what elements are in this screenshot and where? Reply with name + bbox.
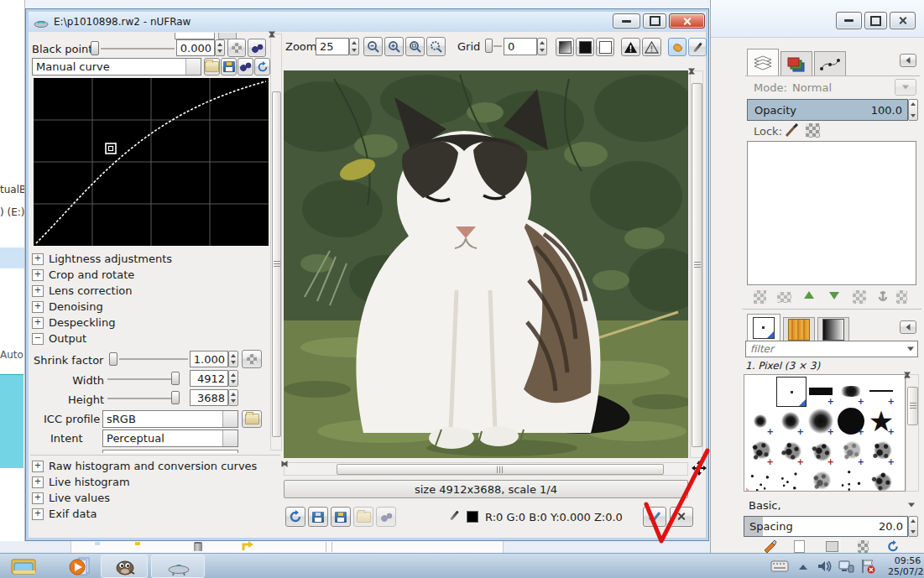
refresh-brushes-button[interactable]: [886, 540, 900, 553]
brush-item[interactable]: [867, 467, 895, 492]
background-light-button[interactable]: [596, 38, 614, 56]
icc-profile-dropdown[interactable]: sRGB: [102, 410, 238, 428]
cancel-button[interactable]: [670, 507, 693, 527]
brush-item[interactable]: +: [776, 437, 805, 466]
ufraw-titlebar[interactable]: E:\p1010898.rw2 - nUFRaw: [29, 12, 706, 32]
height-slider-track[interactable]: [107, 398, 171, 399]
brush-item[interactable]: +: [807, 407, 835, 435]
zoom-input[interactable]: 25: [316, 38, 349, 55]
grid-input[interactable]: 0: [504, 38, 537, 55]
zoom-100-button[interactable]: [426, 37, 446, 56]
tone-curve-editor[interactable]: [34, 78, 269, 246]
tab-channels[interactable]: [780, 51, 812, 76]
load-icc-button[interactable]: [242, 410, 262, 428]
shrink-reset-button[interactable]: [242, 350, 262, 368]
brush-item[interactable]: +: [746, 407, 775, 435]
delete-brush-button[interactable]: [858, 540, 869, 553]
ufraw-minimize-button[interactable]: [613, 13, 640, 29]
shrink-factor-input[interactable]: 1.000: [190, 351, 228, 367]
curve-point-handle[interactable]: [106, 143, 116, 154]
ufraw-restore-button[interactable]: [643, 13, 666, 29]
grid-spinner[interactable]: [537, 38, 547, 55]
zoom-fit-button[interactable]: [405, 37, 425, 56]
lock-alpha-icon[interactable]: [806, 123, 820, 138]
brush-grid-scrollbar[interactable]: [906, 374, 919, 492]
brush-filter-box[interactable]: [745, 341, 918, 357]
height-spinner[interactable]: [228, 389, 238, 406]
save-as-button[interactable]: [331, 507, 351, 527]
brushes-menu-button[interactable]: [900, 320, 916, 334]
edit-brush-button[interactable]: [762, 539, 777, 553]
scrollbar-thumb[interactable]: [692, 83, 702, 447]
ok-button[interactable]: [643, 507, 666, 527]
photo-preview-cat[interactable]: [284, 70, 688, 458]
taskbar-gimp-button[interactable]: [101, 555, 148, 578]
brush-item[interactable]: ★+: [867, 407, 895, 435]
taskbar-explorer-icon[interactable]: [10, 557, 39, 575]
zoom-spinner[interactable]: [349, 38, 359, 55]
grid-slider-handle[interactable]: [485, 39, 493, 53]
taskbar-wmp-icon[interactable]: [67, 556, 92, 576]
dock-minimize-button[interactable]: [836, 12, 862, 29]
height-input[interactable]: 3688: [190, 389, 228, 406]
grid-slider-track[interactable]: [493, 45, 502, 47]
taskbar-ufraw-button[interactable]: [151, 555, 205, 578]
brush-item-selected[interactable]: [776, 377, 807, 407]
dock-menu-button[interactable]: [900, 54, 916, 67]
save-curve-button[interactable]: [221, 58, 237, 76]
expander-lens-correction[interactable]: +Lens correction: [32, 284, 132, 297]
brush-filter-input[interactable]: [746, 342, 904, 356]
brush-item[interactable]: [837, 467, 865, 492]
raise-layer-button[interactable]: [804, 291, 814, 299]
brush-item[interactable]: [746, 467, 775, 492]
new-brush-button[interactable]: [794, 540, 805, 553]
scrollbar-thumb[interactable]: [337, 464, 664, 475]
layer-mode-dropdown[interactable]: [895, 79, 916, 96]
expander-live-histogram[interactable]: +Live histogram: [32, 476, 130, 488]
new-layer-button[interactable]: [754, 290, 766, 304]
open-file-button[interactable]: [353, 507, 373, 527]
pan-grip-icon[interactable]: [692, 461, 707, 476]
brush-item[interactable]: [746, 377, 775, 405]
tab-layers[interactable]: [747, 49, 779, 76]
black-point-spinner[interactable]: [215, 39, 225, 56]
brush-item[interactable]: +: [807, 437, 835, 466]
options-button[interactable]: [376, 507, 396, 527]
black-point-slider-handle[interactable]: [91, 41, 99, 55]
lock-paint-icon[interactable]: [784, 123, 799, 138]
width-slider-handle[interactable]: [171, 372, 180, 385]
brush-item[interactable]: +: [776, 407, 805, 435]
lower-layer-button[interactable]: [829, 292, 839, 299]
black-point-options-button[interactable]: [248, 39, 266, 57]
black-point-reset-button[interactable]: [227, 39, 246, 57]
tab-paths[interactable]: [814, 51, 846, 76]
tray-volume-icon[interactable]: [817, 560, 833, 573]
scrollbar-thumb[interactable]: [272, 91, 281, 437]
zoom-in-button[interactable]: [384, 37, 404, 56]
shrink-slider-track[interactable]: [119, 358, 188, 360]
brush-item[interactable]: [776, 467, 805, 492]
tray-hidden-icons-button[interactable]: [799, 565, 807, 570]
expander-denoising[interactable]: +Denoising: [32, 300, 103, 313]
duplicate-layer-button[interactable]: [853, 290, 866, 304]
color-picker-button[interactable]: [688, 38, 707, 56]
anchor-layer-button[interactable]: [876, 289, 890, 304]
shrink-spinner[interactable]: [228, 351, 238, 367]
scrollbar-thumb[interactable]: [907, 387, 918, 425]
curve-type-dropdown[interactable]: Manual curve: [32, 58, 201, 76]
save-button[interactable]: [308, 507, 328, 527]
brush-item[interactable]: +: [867, 437, 895, 466]
load-curve-button[interactable]: [204, 58, 220, 76]
curve-reset-button[interactable]: [254, 58, 270, 76]
dock-restore-button[interactable]: [864, 12, 887, 29]
brush-item[interactable]: +: [746, 437, 775, 466]
layers-list[interactable]: [747, 141, 916, 285]
shadow-clip-warning-button[interactable]: [621, 38, 640, 56]
clock-time[interactable]: 09:56: [891, 555, 924, 566]
left-panel-scrollbar[interactable]: [270, 34, 282, 450]
tab-gradients[interactable]: [817, 317, 849, 342]
chevron-down-icon[interactable]: [904, 342, 917, 356]
expander-exif-data[interactable]: +Exif data: [32, 508, 97, 520]
new-layer-group-button[interactable]: [777, 292, 791, 303]
brush-item[interactable]: +: [837, 437, 865, 466]
